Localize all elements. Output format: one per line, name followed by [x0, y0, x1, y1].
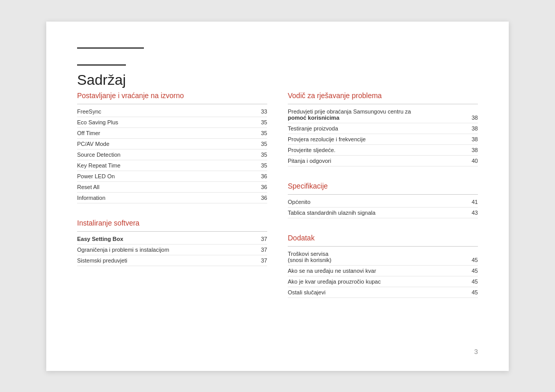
- item-page: 36: [257, 173, 267, 179]
- section-divider-3: [288, 104, 478, 104]
- page-number: 3: [474, 348, 478, 356]
- section-specifikacije: Specifikacije Općenito 41 Tablica standa…: [288, 182, 478, 218]
- item-page: 35: [257, 152, 267, 158]
- item-page: 36: [257, 184, 267, 190]
- section-divider-2: [77, 231, 267, 232]
- list-item: Key Repeat Time 35: [77, 160, 267, 171]
- list-item: Ostali slučajevi 45: [288, 287, 478, 298]
- item-label: Easy Setting Box: [77, 236, 252, 242]
- item-label: Ograničenja i problemi s instalacijom: [77, 247, 252, 253]
- trosk-line1: Troškovi servisa: [288, 251, 478, 257]
- item-label: Power LED On: [77, 173, 252, 179]
- list-item-multi: Preduvjeti prije obraćanja Samsungovu ce…: [288, 106, 478, 123]
- item-page: 37: [257, 236, 267, 242]
- item-label: FreeSync: [77, 108, 252, 115]
- item-label: Provjerite sljedeće.: [288, 147, 462, 153]
- section-vodic: Vodič za rješavanje problema Preduvjeti …: [288, 91, 478, 166]
- item-label: Ako se na uređaju ne ustanovi kvar: [288, 268, 462, 274]
- list-item: Tablica standardnih ulaznih signala 43: [288, 208, 478, 218]
- item-page: 33: [257, 108, 267, 115]
- item-label: Tablica standardnih ulaznih signala: [288, 210, 462, 216]
- item-label: Information: [77, 195, 252, 201]
- section-instaliranje: Instaliranje softvera Easy Setting Box 3…: [77, 219, 267, 266]
- item-label: Reset All: [77, 184, 252, 190]
- list-item: PC/AV Mode 35: [77, 139, 267, 150]
- list-item: Power LED On 36: [77, 171, 267, 182]
- item-page: 45: [468, 278, 478, 285]
- list-item: Ograničenja i problemi s instalacijom 37: [77, 245, 267, 255]
- section-divider-5: [288, 246, 478, 247]
- item-page: 37: [257, 247, 267, 253]
- list-item: Reset All 36: [77, 182, 267, 193]
- item-label: Sistemski preduvjeti: [77, 257, 252, 264]
- list-item-trosk: Troškovi servisa (snosi ih korisnik) 45: [288, 249, 478, 266]
- item-page: 45: [468, 257, 478, 263]
- item-label: Ostali slučajevi: [288, 289, 462, 295]
- title-bar: [77, 47, 144, 49]
- list-item: Provjera rezolucije i frekvencije 38: [288, 134, 478, 145]
- section-postavljanje-title: Postavljanje i vraćanje na izvorno: [77, 91, 267, 100]
- list-item: Off Timer 35: [77, 128, 267, 139]
- list-item: Općenito 41: [288, 197, 478, 208]
- item-page: 38: [468, 125, 478, 132]
- right-column: Vodič za rješavanje problema Preduvjeti …: [288, 91, 478, 313]
- section-dodatak-title: Dodatak: [288, 234, 478, 242]
- list-item: FreeSync 33: [77, 106, 267, 117]
- item-page: 38: [468, 147, 478, 153]
- list-item: Sistemski preduvjeti 37: [77, 255, 267, 266]
- item-page: 35: [257, 130, 267, 136]
- columns-container: Postavljanje i vraćanje na izvorno FreeS…: [77, 91, 478, 313]
- item-label: Ako je kvar uređaja prouzročio kupac: [288, 278, 462, 285]
- list-item: Provjerite sljedeće. 38: [288, 145, 478, 156]
- item-page: 35: [257, 162, 267, 169]
- section-divider-1: [77, 104, 267, 104]
- list-item: Ako se na uređaju ne ustanovi kvar 45: [288, 266, 478, 276]
- page: Sadržaj Postavljanje i vraćanje na izvor…: [46, 22, 509, 371]
- list-item: Testiranje proizvoda 38: [288, 123, 478, 134]
- item-page: 37: [257, 257, 267, 264]
- trosk-line2-row: (snosi ih korisnik) 45: [288, 257, 478, 263]
- section-dodatak: Dodatak Troškovi servisa (snosi ih koris…: [288, 234, 478, 298]
- list-item: Pitanja i odgovori 40: [288, 156, 478, 166]
- list-item: Eco Saving Plus 35: [77, 117, 267, 128]
- list-item: Ako je kvar uređaja prouzročio kupac 45: [288, 276, 478, 287]
- item-page: 45: [468, 268, 478, 274]
- section-instaliranje-title: Instaliranje softvera: [77, 219, 267, 227]
- section-specifikacije-title: Specifikacije: [288, 182, 478, 190]
- item-page: 40: [468, 158, 478, 164]
- item-label: Off Timer: [77, 130, 252, 136]
- section-postavljanje: Postavljanje i vraćanje na izvorno FreeS…: [77, 91, 267, 203]
- list-item: Source Detection 35: [77, 150, 267, 160]
- item-page: 43: [468, 210, 478, 216]
- item-label: Eco Saving Plus: [77, 119, 252, 125]
- item-page: 35: [257, 119, 267, 125]
- list-item: Easy Setting Box 37: [77, 234, 267, 245]
- item-label: PC/AV Mode: [77, 141, 252, 147]
- section-divider-4: [288, 194, 478, 195]
- item-line2-row: pomoć korisnicima 38: [288, 115, 478, 121]
- item-line2: pomoć korisnicima: [288, 115, 339, 121]
- item-label: Key Repeat Time: [77, 162, 252, 169]
- item-page: 41: [468, 199, 478, 205]
- item-page: 38: [468, 115, 478, 121]
- trosk-line2: (snosi ih korisnik): [288, 257, 331, 263]
- item-page: 36: [257, 195, 267, 201]
- item-label: Testiranje proizvoda: [288, 125, 462, 132]
- item-page: 38: [468, 136, 478, 142]
- left-column: Postavljanje i vraćanje na izvorno FreeS…: [77, 91, 267, 313]
- page-title: Sadržaj: [77, 64, 126, 88]
- item-page: 45: [468, 289, 478, 295]
- item-line1: Preduvjeti prije obraćanja Samsungovu ce…: [288, 108, 478, 115]
- list-item: Information 36: [77, 193, 267, 203]
- item-page: 35: [257, 141, 267, 147]
- item-label: Source Detection: [77, 152, 252, 158]
- section-vodic-title: Vodič za rješavanje problema: [288, 91, 478, 100]
- item-label: Pitanja i odgovori: [288, 158, 462, 164]
- item-label: Provjera rezolucije i frekvencije: [288, 136, 462, 142]
- item-label: Općenito: [288, 199, 462, 205]
